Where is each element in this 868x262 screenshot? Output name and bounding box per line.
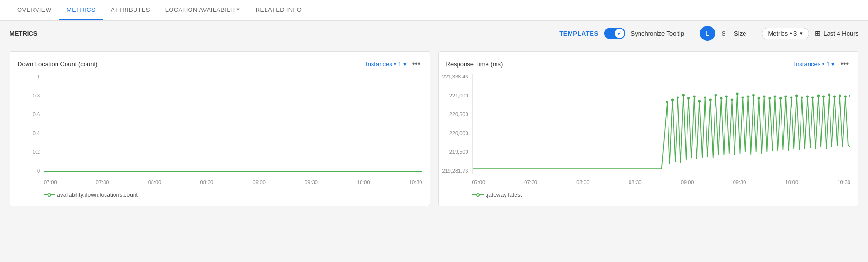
chart2-title: Response Time (ms) bbox=[446, 60, 503, 68]
y-label: 0.2 bbox=[33, 149, 40, 155]
svg-point-35 bbox=[844, 96, 847, 98]
svg-point-33 bbox=[833, 96, 836, 98]
x-label: 07:00 bbox=[44, 179, 57, 185]
tab-metrics[interactable]: METRICS bbox=[59, 0, 103, 20]
x-label: 10:30 bbox=[409, 179, 422, 185]
svg-point-22 bbox=[773, 96, 776, 98]
chevron-down-icon: ▾ bbox=[403, 60, 407, 68]
chart1-area: 1 0.8 0.6 0.4 0.2 0 07:00 bbox=[18, 74, 422, 188]
chart1-svg bbox=[44, 74, 422, 174]
svg-point-28 bbox=[806, 96, 809, 98]
svg-point-9 bbox=[703, 97, 706, 99]
svg-point-26 bbox=[795, 95, 798, 97]
chart2-svg bbox=[473, 74, 851, 174]
svg-point-8 bbox=[698, 100, 701, 103]
svg-point-3 bbox=[671, 99, 674, 101]
svg-point-24 bbox=[784, 96, 787, 98]
chevron-down-icon: ▾ bbox=[831, 60, 835, 68]
tab-location-availability[interactable]: LOCATION AVAILABILITY bbox=[158, 0, 248, 20]
chart1-header-right: Instances • 1 ▾ ••• bbox=[366, 59, 422, 68]
chart1-more-button[interactable]: ••• bbox=[410, 59, 422, 68]
chart1-x-axis: 07:00 07:30 08:00 08:30 09:00 09:30 10:0… bbox=[44, 176, 422, 188]
toolbar-title: METRICS bbox=[10, 30, 38, 37]
top-nav: OVERVIEW METRICS ATTRIBUTES LOCATION AVA… bbox=[0, 0, 868, 21]
y-label: 221,000 bbox=[449, 93, 468, 98]
chart-down-location-count: Down Location Count (count) Instances • … bbox=[10, 51, 430, 206]
svg-point-12 bbox=[719, 97, 722, 100]
svg-point-18 bbox=[752, 94, 755, 97]
chart2-header-right: Instances • 1 ▾ ••• bbox=[794, 59, 850, 68]
svg-point-30 bbox=[817, 95, 820, 97]
chart1-legend: availability.down.locations.count bbox=[18, 192, 422, 198]
y-label: 0.6 bbox=[33, 111, 40, 117]
sync-tooltip-label: Synchronize Tooltip bbox=[631, 30, 685, 37]
size-s-button[interactable]: S bbox=[716, 26, 731, 41]
svg-point-34 bbox=[838, 95, 841, 97]
size-selector: L S Size bbox=[700, 26, 746, 41]
toolbar: METRICS TEMPLATES ✓ Synchronize Tooltip … bbox=[0, 21, 868, 46]
svg-point-25 bbox=[790, 97, 792, 99]
svg-point-29 bbox=[811, 97, 814, 99]
chart2-y-axis: 221,338.46 221,000 220,500 220,000 219,5… bbox=[446, 74, 472, 174]
last-hours-selector[interactable]: ⊞ Last 4 Hours bbox=[815, 29, 858, 37]
y-label: 219,500 bbox=[449, 149, 468, 155]
x-label: 10:30 bbox=[837, 179, 850, 185]
tab-related-info[interactable]: RELATED INFO bbox=[248, 0, 309, 20]
svg-point-10 bbox=[709, 99, 712, 101]
calendar-icon: ⊞ bbox=[815, 29, 820, 37]
tab-overview[interactable]: OVERVIEW bbox=[10, 0, 59, 20]
x-label: 09:00 bbox=[681, 179, 694, 185]
divider-2 bbox=[754, 28, 754, 39]
y-label: 0 bbox=[37, 168, 40, 174]
svg-point-17 bbox=[746, 96, 749, 98]
y-label: 0.4 bbox=[33, 130, 40, 136]
y-label: 0.8 bbox=[33, 93, 40, 98]
chart1-header: Down Location Count (count) Instances • … bbox=[18, 59, 422, 68]
toggle-knob: ✓ bbox=[615, 29, 624, 38]
chart1-instances-link[interactable]: Instances • 1 ▾ bbox=[366, 60, 407, 68]
svg-point-21 bbox=[768, 97, 771, 100]
y-label: 1 bbox=[37, 74, 40, 79]
tab-attributes[interactable]: ATTRIBUTES bbox=[103, 0, 158, 20]
x-label: 07:30 bbox=[96, 179, 109, 185]
x-label: 08:30 bbox=[200, 179, 214, 185]
svg-point-20 bbox=[763, 96, 765, 98]
x-label: 09:30 bbox=[305, 179, 318, 185]
chart2-x-axis: 07:00 07:30 08:00 08:30 09:00 09:30 10:0… bbox=[472, 176, 851, 188]
svg-point-4 bbox=[677, 97, 679, 99]
chart2-area: 221,338.46 221,000 220,500 220,000 219,5… bbox=[446, 74, 851, 188]
charts-container: Down Location Count (count) Instances • … bbox=[0, 46, 868, 212]
x-label: 09:00 bbox=[252, 179, 266, 185]
size-label: Size bbox=[734, 30, 746, 37]
toggle-check-icon: ✓ bbox=[617, 30, 621, 37]
chart1-legend-text: availability.down.locations.count bbox=[57, 192, 138, 198]
chart2-instances-link[interactable]: Instances • 1 ▾ bbox=[794, 60, 835, 68]
chart2-legend-text: gateway latest bbox=[486, 192, 522, 198]
metrics-dropdown-label: Metrics • 3 bbox=[768, 30, 797, 37]
synchronize-tooltip-toggle[interactable]: ✓ bbox=[604, 28, 625, 39]
svg-point-13 bbox=[725, 96, 728, 98]
y-label: 221,338.46 bbox=[442, 74, 468, 79]
svg-point-7 bbox=[693, 96, 696, 98]
svg-point-23 bbox=[779, 97, 782, 100]
svg-point-16 bbox=[741, 97, 744, 99]
svg-point-14 bbox=[730, 99, 733, 101]
size-l-button[interactable]: L bbox=[700, 26, 715, 41]
svg-point-6 bbox=[687, 97, 690, 100]
metrics-dropdown[interactable]: Metrics • 3 ▾ bbox=[762, 28, 809, 39]
last-hours-label: Last 4 Hours bbox=[823, 30, 858, 37]
chart2-header: Response Time (ms) Instances • 1 ▾ ••• bbox=[446, 59, 851, 68]
chart2-legend: gateway latest bbox=[446, 192, 851, 198]
chart2-plot bbox=[472, 74, 851, 174]
svg-point-36 bbox=[849, 95, 850, 97]
chart1-y-axis: 1 0.8 0.6 0.4 0.2 0 bbox=[18, 74, 44, 174]
svg-point-11 bbox=[714, 94, 717, 97]
y-label: 220,500 bbox=[449, 111, 468, 117]
svg-point-19 bbox=[757, 97, 760, 100]
x-label: 10:00 bbox=[357, 179, 370, 185]
chart2-more-button[interactable]: ••• bbox=[839, 59, 850, 68]
chart1-title: Down Location Count (count) bbox=[18, 60, 97, 68]
x-label: 08:00 bbox=[148, 179, 162, 185]
y-label: 219,281.73 bbox=[442, 168, 468, 174]
x-label: 08:00 bbox=[576, 179, 590, 185]
